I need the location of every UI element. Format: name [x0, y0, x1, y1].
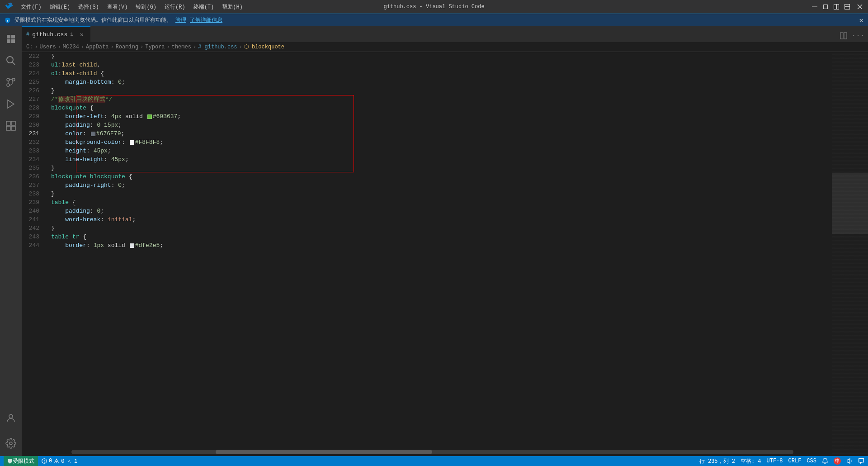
- editor-tab[interactable]: # github.css 1 ✕: [22, 26, 90, 42]
- svg-rect-3: [837, 5, 839, 10]
- horizontal-scrollbar[interactable]: [71, 450, 793, 454]
- line-num-231: 231: [22, 129, 43, 138]
- tab-actions: ···: [837, 29, 868, 42]
- svg-point-25: [44, 462, 45, 463]
- activity-account[interactable]: [0, 407, 22, 429]
- split-button[interactable]: [833, 3, 840, 10]
- line-num-223: 223: [22, 61, 43, 69]
- menu-goto[interactable]: 转到(G): [132, 2, 160, 12]
- svg-point-9: [7, 57, 13, 63]
- errors-warnings-status[interactable]: 0 0 △ 1: [42, 458, 77, 465]
- ime-status[interactable]: 中: [834, 457, 841, 465]
- bc-github-css[interactable]: # github.css: [198, 44, 237, 50]
- code-line-226: }: [47, 86, 832, 95]
- close-button[interactable]: [856, 3, 863, 10]
- menu-edit[interactable]: 编辑(E): [46, 2, 74, 12]
- menu-help[interactable]: 帮助(H): [218, 2, 246, 12]
- code-line-231: color: #676E79;: [47, 129, 832, 138]
- line-num-230: 230: [22, 121, 43, 129]
- svg-rect-5: [845, 7, 850, 10]
- line-num-235: 235: [22, 164, 43, 172]
- code-line-227: /*修改引用块的样式*/: [47, 95, 832, 104]
- learn-more-link[interactable]: 了解详细信息: [190, 16, 222, 24]
- line-num-224: 224: [22, 69, 43, 78]
- activity-explorer[interactable]: [0, 28, 22, 50]
- more-actions-button[interactable]: ···: [852, 29, 864, 42]
- line-num-234: 234: [22, 155, 43, 164]
- svg-rect-18: [11, 126, 15, 130]
- activity-search[interactable]: [0, 50, 22, 71]
- cursor-position-status[interactable]: 行 235，列 2: [699, 457, 735, 465]
- code-line-230: padding: 0 15px;: [47, 121, 832, 129]
- activity-settings[interactable]: [0, 433, 22, 454]
- code-line-228: blockquote {: [47, 104, 832, 112]
- code-editor[interactable]: 222 223 224 225 226 227 228 229 230 231 …: [22, 52, 868, 456]
- code-content[interactable]: } ul:last-child, ol:last-child { margin-…: [47, 52, 832, 456]
- menu-view[interactable]: 查看(V): [104, 2, 132, 12]
- tab-modified-number: 1: [70, 32, 73, 37]
- language-mode-status[interactable]: CSS: [807, 458, 816, 464]
- bc-blockquote[interactable]: ⬡ blockquote: [244, 43, 284, 50]
- indentation-status[interactable]: 空格: 4: [741, 457, 761, 465]
- language-mode: CSS: [807, 458, 816, 464]
- code-line-237: padding-right: 0;: [47, 181, 832, 190]
- svg-text:i: i: [6, 19, 8, 23]
- feedback-status[interactable]: [858, 458, 864, 464]
- color-swatch-676e79: [91, 132, 95, 136]
- svg-rect-21: [840, 33, 843, 39]
- ime-indicator: 中: [834, 457, 841, 465]
- warning-icon: [54, 458, 59, 464]
- audio-icon: [846, 458, 853, 464]
- status-bar-left: 受限模式 0 0 △ 1: [4, 456, 77, 466]
- svg-point-20: [9, 442, 12, 445]
- bc-appdata[interactable]: AppData: [86, 44, 108, 50]
- restricted-mode-status[interactable]: 受限模式: [4, 456, 38, 466]
- split-editor-button[interactable]: [837, 29, 850, 42]
- code-line-229: border-left: 4px solid #60B637;: [47, 112, 832, 121]
- vscode-logo: [5, 1, 14, 13]
- cursor-position: 行 235，列 2: [699, 457, 735, 465]
- line-numbers: 222 223 224 225 226 227 228 229 230 231 …: [22, 52, 47, 456]
- warning-close-button[interactable]: ✕: [859, 16, 863, 25]
- tab-close-button[interactable]: ✕: [78, 30, 86, 38]
- activity-debug[interactable]: [0, 93, 22, 115]
- minimize-button[interactable]: [811, 3, 818, 10]
- bc-c-drive[interactable]: C:: [26, 44, 33, 50]
- line-num-232: 232: [22, 138, 43, 147]
- activity-source-control[interactable]: [0, 71, 22, 93]
- activity-extensions[interactable]: [0, 115, 22, 137]
- menu-run[interactable]: 运行(R): [161, 2, 189, 12]
- svg-point-28: [56, 462, 57, 463]
- svg-rect-4: [845, 5, 850, 7]
- menu-terminal[interactable]: 终端(T): [190, 2, 218, 12]
- line-num-242: 242: [22, 224, 43, 233]
- encoding-status[interactable]: UTF-8: [767, 458, 783, 464]
- line-num-226: 226: [22, 86, 43, 95]
- menu-file[interactable]: 文件(F): [17, 2, 45, 12]
- menu-select[interactable]: 选择(S): [75, 2, 103, 12]
- manage-link[interactable]: 管理: [175, 16, 186, 24]
- notifications-bell[interactable]: [822, 458, 828, 464]
- line-num-239: 239: [22, 198, 43, 207]
- svg-rect-0: [812, 7, 817, 7]
- line-ending-status[interactable]: CRLF: [788, 458, 802, 464]
- bc-roaming[interactable]: Roaming: [116, 44, 138, 50]
- bc-users[interactable]: Users: [40, 44, 56, 50]
- audio-status[interactable]: [846, 458, 853, 464]
- minimap-viewport: [832, 173, 868, 234]
- restore-button[interactable]: [822, 3, 829, 10]
- code-line-233: height: 45px;: [47, 147, 832, 155]
- svg-rect-22: [844, 33, 847, 39]
- bc-themes[interactable]: themes: [172, 44, 191, 50]
- feedback-icon: [858, 458, 864, 464]
- layout-button[interactable]: [844, 3, 851, 10]
- code-line-224: ol:last-child {: [47, 69, 832, 78]
- bc-mc234[interactable]: MC234: [63, 44, 79, 50]
- scrollbar-thumb[interactable]: [216, 450, 432, 454]
- tab-filename: github.css: [32, 31, 67, 38]
- status-bar-right: 行 235，列 2 空格: 4 UTF-8 CRLF CSS 中: [699, 457, 864, 465]
- indentation: 空格: 4: [741, 457, 761, 465]
- editor-area: # github.css 1 ✕ ··· C: › Users › MC234 …: [22, 26, 868, 456]
- title-bar-left: 文件(F) 编辑(E) 选择(S) 查看(V) 转到(G) 运行(R) 终端(T…: [5, 1, 246, 13]
- bc-typora[interactable]: Typora: [145, 44, 165, 50]
